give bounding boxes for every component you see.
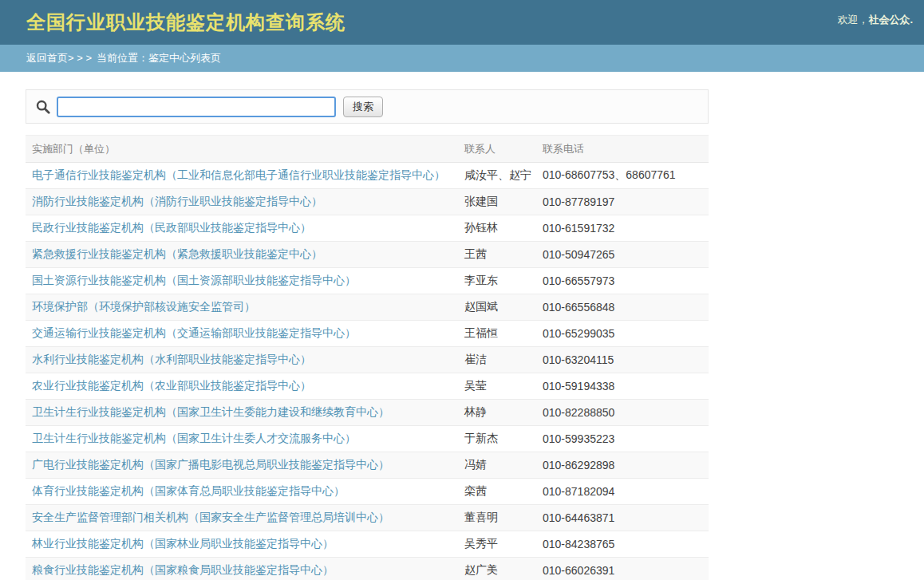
contact-cell: 吴莹 <box>458 373 536 400</box>
table-row: 卫生计生行业技能鉴定机构（国家卫生计生委人才交流服务中心）于新杰010-5993… <box>26 426 709 452</box>
org-cell: 紧急救援行业技能鉴定机构（紧急救援职业技能鉴定中心） <box>26 242 458 268</box>
org-link[interactable]: 卫生计生行业技能鉴定机构（国家卫生计生委人才交流服务中心） <box>32 432 356 444</box>
welcome-prefix: 欢迎， <box>837 14 868 26</box>
column-header-org: 实施部门（单位） <box>26 136 458 163</box>
org-link[interactable]: 紧急救援行业技能鉴定机构（紧急救援职业技能鉴定中心） <box>32 247 322 260</box>
phone-cell: 010-84238765 <box>536 531 709 558</box>
table-row: 交通运输行业技能鉴定机构（交通运输部职业技能鉴定指导中心）王福恒010-6529… <box>26 321 709 347</box>
contact-cell: 栾茜 <box>458 479 536 505</box>
search-panel: 搜索 <box>26 89 709 124</box>
phone-cell: 010-82288850 <box>536 400 709 426</box>
top-header: 全国行业职业技能鉴定机构查询系统 欢迎，社会公众. <box>0 0 924 45</box>
search-button[interactable]: 搜索 <box>343 97 383 117</box>
org-cell: 水利行业技能鉴定机构（水利部职业技能鉴定指导中心） <box>26 347 458 373</box>
welcome-text: 欢迎，社会公众. <box>837 0 913 40</box>
table-row: 国土资源行业技能鉴定机构（国土资源部职业技能鉴定指导中心）李亚东010-6655… <box>26 268 709 294</box>
phone-cell: 010-59935223 <box>536 426 709 452</box>
phone-cell: 010-64463871 <box>536 505 709 531</box>
org-link[interactable]: 林业行业技能鉴定机构（国家林业局职业技能鉴定指导中心） <box>32 537 334 550</box>
agency-table: 实施部门（单位） 联系人 联系电话 电子通信行业技能鉴定机构（工业和信息化部电子… <box>26 135 709 580</box>
main-content: 搜索 实施部门（单位） 联系人 联系电话 电子通信行业技能鉴定机构（工业和信息化… <box>26 89 709 580</box>
org-cell: 卫生计生行业技能鉴定机构（国家卫生计生委人才交流服务中心） <box>26 426 458 452</box>
breadcrumb-home-link[interactable]: 返回首页 <box>26 52 68 64</box>
org-cell: 消防行业技能鉴定机构（消防行业职业技能鉴定指导中心） <box>26 189 458 215</box>
org-cell: 电子通信行业技能鉴定机构（工业和信息化部电子通信行业职业技能鉴定指导中心） <box>26 163 458 189</box>
org-link[interactable]: 电子通信行业技能鉴定机构（工业和信息化部电子通信行业职业技能鉴定指导中心） <box>32 168 445 181</box>
org-cell: 广电行业技能鉴定机构（国家广播电影电视总局职业技能鉴定指导中心） <box>26 452 458 479</box>
contact-cell: 孙钰林 <box>458 215 536 242</box>
contact-cell: 崔洁 <box>458 347 536 373</box>
page-title: 全国行业职业技能鉴定机构查询系统 <box>26 0 346 45</box>
table-row: 民政行业技能鉴定机构（民政部职业技能鉴定指导中心）孙钰林010-61591732 <box>26 215 709 242</box>
contact-cell: 董喜明 <box>458 505 536 531</box>
contact-cell: 咸汝平、赵宁 <box>458 163 536 189</box>
org-link[interactable]: 农业行业技能鉴定机构（农业部职业技能鉴定指导中心） <box>32 379 311 392</box>
contact-cell: 王茜 <box>458 242 536 268</box>
welcome-user: 社会公众. <box>868 14 913 26</box>
org-link[interactable]: 卫生计生行业技能鉴定机构（国家卫生计生委能力建设和继续教育中心） <box>32 405 389 418</box>
phone-cell: 010-86292898 <box>536 452 709 479</box>
table-row: 体育行业技能鉴定机构（国家体育总局职业技能鉴定指导中心）栾茜010-871820… <box>26 479 709 505</box>
column-header-contact: 联系人 <box>458 136 536 163</box>
org-cell: 粮食行业技能鉴定机构（国家粮食局职业技能鉴定指导中心） <box>26 558 458 580</box>
org-cell: 交通运输行业技能鉴定机构（交通运输部职业技能鉴定指导中心） <box>26 321 458 347</box>
contact-cell: 李亚东 <box>458 268 536 294</box>
org-cell: 林业行业技能鉴定机构（国家林业局职业技能鉴定指导中心） <box>26 531 458 558</box>
breadcrumb-separator: > > > <box>68 52 92 64</box>
table-row: 紧急救援行业技能鉴定机构（紧急救援职业技能鉴定中心）王茜010-50947265 <box>26 242 709 268</box>
phone-cell: 010-66026391 <box>536 558 709 580</box>
org-cell: 农业行业技能鉴定机构（农业部职业技能鉴定指导中心） <box>26 373 458 400</box>
phone-cell: 010-50947265 <box>536 242 709 268</box>
org-cell: 卫生计生行业技能鉴定机构（国家卫生计生委能力建设和继续教育中心） <box>26 400 458 426</box>
org-cell: 环境保护部（环境保护部核设施安全监管司） <box>26 294 458 321</box>
breadcrumb: 返回首页> > >当前位置：鉴定中心列表页 <box>0 45 924 72</box>
table-row: 消防行业技能鉴定机构（消防行业职业技能鉴定指导中心）张建国010-8778919… <box>26 189 709 215</box>
org-link[interactable]: 安全生产监督管理部门相关机构（国家安全生产监督管理总局培训中心） <box>32 511 389 523</box>
table-row: 电子通信行业技能鉴定机构（工业和信息化部电子通信行业职业技能鉴定指导中心）咸汝平… <box>26 163 709 189</box>
contact-cell: 赵广美 <box>458 558 536 580</box>
org-link[interactable]: 水利行业技能鉴定机构（水利部职业技能鉴定指导中心） <box>32 353 311 365</box>
contact-cell: 林静 <box>458 400 536 426</box>
search-icon <box>36 100 50 114</box>
table-row: 卫生计生行业技能鉴定机构（国家卫生计生委能力建设和继续教育中心）林静010-82… <box>26 400 709 426</box>
table-row: 林业行业技能鉴定机构（国家林业局职业技能鉴定指导中心）吴秀平010-842387… <box>26 531 709 558</box>
org-cell: 安全生产监督管理部门相关机构（国家安全生产监督管理总局培训中心） <box>26 505 458 531</box>
contact-cell: 赵国斌 <box>458 294 536 321</box>
search-input[interactable] <box>57 97 336 117</box>
column-header-phone: 联系电话 <box>536 136 709 163</box>
org-link[interactable]: 体育行业技能鉴定机构（国家体育总局职业技能鉴定指导中心） <box>32 484 345 497</box>
phone-cell: 010-63204115 <box>536 347 709 373</box>
contact-cell: 张建国 <box>458 189 536 215</box>
table-row: 水利行业技能鉴定机构（水利部职业技能鉴定指导中心）崔洁010-63204115 <box>26 347 709 373</box>
phone-cell: 010-87789197 <box>536 189 709 215</box>
phone-cell: 010-66557973 <box>536 268 709 294</box>
phone-cell: 010-59194338 <box>536 373 709 400</box>
contact-cell: 王福恒 <box>458 321 536 347</box>
org-link[interactable]: 消防行业技能鉴定机构（消防行业职业技能鉴定指导中心） <box>32 195 322 207</box>
agency-table-head: 实施部门（单位） 联系人 联系电话 <box>26 136 709 163</box>
phone-cell: 010-65299035 <box>536 321 709 347</box>
org-link[interactable]: 广电行业技能鉴定机构（国家广播电影电视总局职业技能鉴定指导中心） <box>32 458 389 471</box>
contact-cell: 于新杰 <box>458 426 536 452</box>
org-cell: 国土资源行业技能鉴定机构（国土资源部职业技能鉴定指导中心） <box>26 268 458 294</box>
table-row: 粮食行业技能鉴定机构（国家粮食局职业技能鉴定指导中心）赵广美010-660263… <box>26 558 709 580</box>
org-link[interactable]: 交通运输行业技能鉴定机构（交通运输部职业技能鉴定指导中心） <box>32 326 356 339</box>
phone-cell: 010-87182094 <box>536 479 709 505</box>
table-row: 广电行业技能鉴定机构（国家广播电影电视总局职业技能鉴定指导中心）冯婧010-86… <box>26 452 709 479</box>
org-link[interactable]: 国土资源行业技能鉴定机构（国土资源部职业技能鉴定指导中心） <box>32 274 356 286</box>
org-cell: 体育行业技能鉴定机构（国家体育总局职业技能鉴定指导中心） <box>26 479 458 505</box>
breadcrumb-current: 当前位置：鉴定中心列表页 <box>97 52 221 64</box>
phone-cell: 010-66556848 <box>536 294 709 321</box>
org-link[interactable]: 粮食行业技能鉴定机构（国家粮食局职业技能鉴定指导中心） <box>32 563 334 576</box>
contact-cell: 冯婧 <box>458 452 536 479</box>
org-link[interactable]: 环境保护部（环境保护部核设施安全监管司） <box>32 300 255 313</box>
header-row: 实施部门（单位） 联系人 联系电话 <box>26 136 709 163</box>
phone-cell: 010-68607753、68607761 <box>536 163 709 189</box>
table-row: 环境保护部（环境保护部核设施安全监管司）赵国斌010-66556848 <box>26 294 709 321</box>
table-row: 安全生产监督管理部门相关机构（国家安全生产监督管理总局培训中心）董喜明010-6… <box>26 505 709 531</box>
org-cell: 民政行业技能鉴定机构（民政部职业技能鉴定指导中心） <box>26 215 458 242</box>
org-link[interactable]: 民政行业技能鉴定机构（民政部职业技能鉴定指导中心） <box>32 221 311 234</box>
table-row: 农业行业技能鉴定机构（农业部职业技能鉴定指导中心）吴莹010-59194338 <box>26 373 709 400</box>
phone-cell: 010-61591732 <box>536 215 709 242</box>
agency-table-body: 电子通信行业技能鉴定机构（工业和信息化部电子通信行业职业技能鉴定指导中心）咸汝平… <box>26 163 709 580</box>
